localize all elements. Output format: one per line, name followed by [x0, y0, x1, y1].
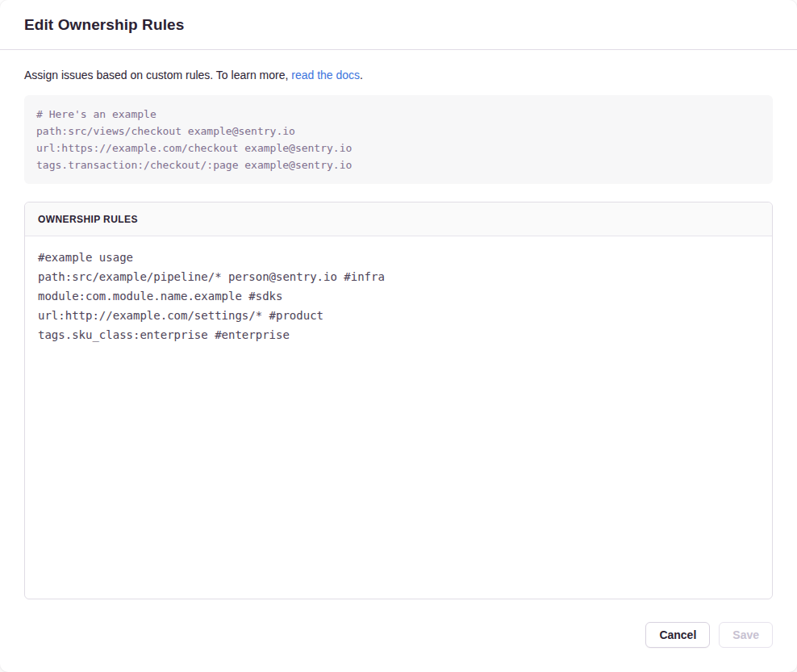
ownership-rules-panel-header: OWNERSHIP RULES [25, 202, 772, 236]
description: Assign issues based on custom rules. To … [24, 69, 773, 82]
edit-ownership-rules-modal: Edit Ownership Rules Assign issues based… [0, 0, 797, 672]
ownership-rules-panel: OWNERSHIP RULES #example usage path:src/… [24, 202, 773, 599]
modal-title: Edit Ownership Rules [24, 16, 184, 34]
description-text: Assign issues based on custom rules. To … [24, 69, 291, 81]
cancel-button[interactable]: Cancel [645, 622, 710, 648]
example-code-block: # Here's an example path:src/views/check… [24, 95, 773, 184]
description-suffix: . [360, 69, 363, 81]
ownership-rules-textarea[interactable]: #example usage path:src/example/pipeline… [25, 236, 772, 599]
modal-header: Edit Ownership Rules [0, 0, 797, 50]
save-button[interactable]: Save [719, 622, 773, 648]
read-the-docs-link[interactable]: read the docs [291, 69, 360, 81]
modal-footer: Cancel Save [24, 622, 773, 648]
modal-body: Assign issues based on custom rules. To … [0, 50, 797, 672]
